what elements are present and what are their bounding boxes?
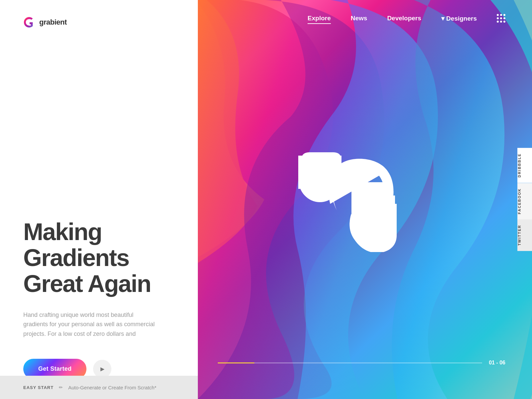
nav-dot-8 <box>500 21 502 23</box>
hero-description: Hand crafting unique world most beautifu… <box>23 310 156 339</box>
nav-dot-7 <box>497 21 499 23</box>
nav-dot-3 <box>503 14 505 16</box>
slide-progress-bar <box>218 362 482 363</box>
nav-designers[interactable]: ▾ Designers <box>441 15 477 22</box>
nav-news[interactable]: News <box>351 15 367 22</box>
nav-dot-5 <box>500 17 502 19</box>
logo-text: grabient <box>39 18 67 27</box>
easy-start-label: EASY START <box>23 385 54 390</box>
right-panel: Explore News Developers ▾ Designers 01 -… <box>198 0 532 399</box>
bottom-bar: EASY START ✏ Auto-Generate or Create Fro… <box>0 376 198 399</box>
play-button[interactable]: ▶ <box>93 360 111 378</box>
nav-dot-9 <box>503 21 505 23</box>
nav-dot-6 <box>503 17 505 19</box>
bottom-bar-description: Auto-Generate or Create From Scratch* <box>68 385 156 390</box>
nav-designers-label: ▾ Designers <box>441 15 477 22</box>
left-panel: grabient Making Gradients Great Again Ha… <box>0 0 198 399</box>
social-dribbble[interactable]: DRIBBBLE <box>517 148 532 183</box>
nav-developers[interactable]: Developers <box>387 15 421 22</box>
slide-progress-fill <box>218 362 254 363</box>
nav-dot-2 <box>500 14 502 16</box>
slide-counter: 01 - 06 <box>489 360 505 366</box>
logo-icon <box>23 16 36 29</box>
social-facebook[interactable]: FACEBOOK <box>517 183 532 219</box>
edit-icon: ✏ <box>59 385 63 390</box>
nav-dot-4 <box>497 17 499 19</box>
slide-indicator: 01 - 06 <box>218 360 505 366</box>
nav-grid-dots[interactable] <box>497 14 505 23</box>
nav-dot-1 <box>497 14 499 16</box>
hero-title: Making Gradients Great Again <box>23 219 175 297</box>
play-icon: ▶ <box>100 366 104 372</box>
logo-center <box>292 149 405 250</box>
hero-content: Making Gradients Great Again Hand crafti… <box>23 219 175 399</box>
right-nav: Explore News Developers ▾ Designers <box>198 0 532 37</box>
nav-explore[interactable]: Explore <box>308 15 331 22</box>
social-links: DRIBBBLE FACEBOOK TWITTER <box>517 148 532 251</box>
logo-area: grabient <box>23 0 175 29</box>
social-twitter[interactable]: TWITTER <box>517 219 532 251</box>
